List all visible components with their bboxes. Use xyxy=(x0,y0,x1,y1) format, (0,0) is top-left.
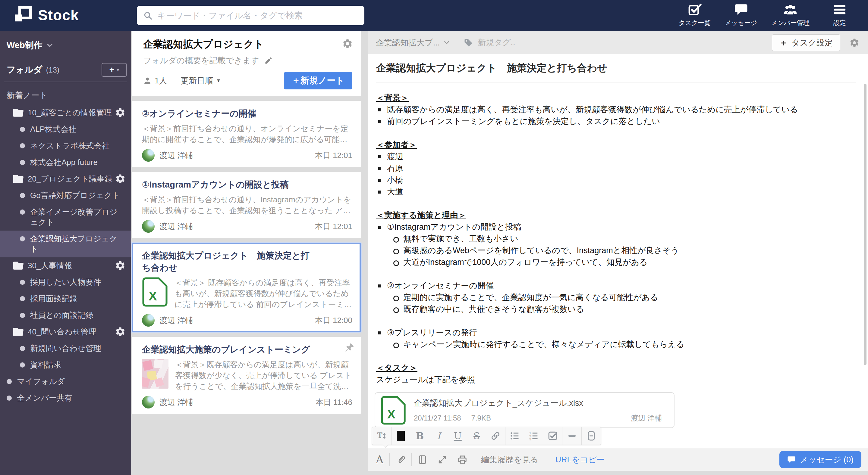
sort-dropdown[interactable]: 更新日順 ▼ xyxy=(181,75,221,86)
top-nav-item[interactable]: 設定 xyxy=(824,3,856,27)
new-note-button[interactable]: ＋新規ノート xyxy=(284,72,352,90)
bullet-list-button[interactable] xyxy=(505,427,524,445)
chevron-down-icon xyxy=(47,43,53,48)
sidebar-item[interactable]: ネクストラボ株式会社 xyxy=(0,138,131,154)
sidebar-item[interactable]: 企業認知拡大プロジェクト xyxy=(0,231,131,258)
folder-select-dropdown[interactable]: 企業認知拡大プ... xyxy=(376,37,450,48)
sidebar-item[interactable]: 10_顧客ごとの情報管理 xyxy=(0,104,131,121)
top-nav-label: 設定 xyxy=(833,19,846,27)
avatar xyxy=(142,396,155,408)
attachment-card[interactable]: 企業認知拡大プロジェクト_スケジュール.xlsx 20/11/27 11:58 … xyxy=(375,392,675,428)
print-button[interactable] xyxy=(458,455,467,465)
pencil-icon[interactable] xyxy=(264,56,273,65)
note-title[interactable]: 企業認知拡大プロジェクト 施策決定と打ち合わせ xyxy=(376,61,856,82)
pin-icon[interactable] xyxy=(344,343,354,352)
task-list-icon xyxy=(688,3,702,16)
vertical-scrollbar[interactable] xyxy=(864,84,867,365)
folder-settings-icon[interactable] xyxy=(115,107,126,118)
horizontal-rule-button[interactable] xyxy=(562,427,581,445)
sidebar-item[interactable]: 30_人事情報 xyxy=(0,258,131,274)
note-bullet-icon xyxy=(20,296,25,301)
note-text-block: ＜参加者＞ xyxy=(376,139,856,151)
sidebar-item[interactable]: 20_プロジェクト議事録 xyxy=(0,171,131,187)
link-button[interactable] xyxy=(486,427,505,445)
top-nav-item[interactable]: タスク一覧 xyxy=(678,3,711,27)
team-selector[interactable]: Web制作 xyxy=(7,39,131,52)
note-time: 本日 12:01 xyxy=(315,221,352,232)
text-size-button[interactable] xyxy=(372,427,391,445)
folder-settings-icon[interactable] xyxy=(115,326,126,337)
note-body[interactable]: ＜背景＞ 既存顧客からの満足度は高く、再受注率も高いが、新規顧客獲得数が伸び悩ん… xyxy=(368,82,868,385)
horizontal-rule-icon xyxy=(568,435,576,437)
collapse-block-button[interactable] xyxy=(582,427,601,445)
stock-logo-icon xyxy=(14,6,32,24)
sidebar-item[interactable]: 採用面談記録 xyxy=(0,291,131,307)
sidebar-item[interactable]: 採用したい人物要件 xyxy=(0,274,131,291)
note-settings-icon[interactable] xyxy=(849,38,860,48)
top-nav-item[interactable]: メッセージ xyxy=(725,3,757,27)
attach-file-button[interactable] xyxy=(396,455,405,465)
template-button[interactable] xyxy=(418,455,427,465)
global-search[interactable] xyxy=(137,6,364,25)
sidebar-item-label: 新規問い合わせ管理 xyxy=(30,343,101,353)
sidebar-item[interactable]: 株式会社App future xyxy=(0,154,131,171)
note-snippet: ＜背景＞前回打ち合わせの通り、Instagramのアカウントを開設し投稿すること… xyxy=(142,194,352,216)
sidebar-item[interactable]: 全メンバー共有 xyxy=(0,390,131,406)
folder-settings-icon[interactable] xyxy=(115,173,126,184)
sidebar-item[interactable]: 40_問い合わせ管理 xyxy=(0,324,131,340)
task-settings-button[interactable]: ＋ タスク設定 xyxy=(772,34,840,51)
note-card[interactable]: 企業認知拡大プロジェクト 施策決定と打ち合わせ ＜背景＞ 既存顧客からの満足度は… xyxy=(132,243,361,332)
sidebar-item[interactable]: ALP株式会社 xyxy=(0,121,131,138)
edit-history-link[interactable]: 編集履歴を見る xyxy=(481,454,538,465)
avatar xyxy=(142,220,155,233)
note-bullet-icon xyxy=(20,346,25,351)
bottombar-divider xyxy=(411,453,412,466)
app-logo[interactable]: Stock xyxy=(14,6,79,24)
italic-button[interactable]: I xyxy=(429,427,448,445)
sidebar-item[interactable]: 新規問い合わせ管理 xyxy=(0,340,131,357)
underline-button[interactable]: U xyxy=(448,427,467,445)
sidebar-item-label: 企業イメージ改善プロジェクト xyxy=(30,207,125,227)
text-color-button[interactable] xyxy=(392,427,410,445)
app-logo-text: Stock xyxy=(38,7,79,24)
sidebar-item[interactable]: 資料請求 xyxy=(0,357,131,373)
book-icon xyxy=(418,455,427,465)
font-style-button[interactable]: A xyxy=(376,454,383,466)
folder-settings-icon[interactable] xyxy=(115,260,126,271)
note-author: 渡辺 洋輔 xyxy=(159,221,193,232)
stock-app: Stock タスク一覧 xyxy=(0,0,868,475)
note-text-block: 高級感のあるWebページを制作しているので、Instagramと相性が良さそう xyxy=(376,245,856,257)
note-text-block: ③プレスリリースの発行 xyxy=(376,327,856,339)
bold-button[interactable]: B xyxy=(410,427,430,445)
sidebar-item-label: 20_プロジェクト議事録 xyxy=(28,174,113,184)
sidebar-item-new-notes[interactable]: 新着ノート xyxy=(7,90,131,101)
strikethrough-button[interactable]: S xyxy=(467,427,486,445)
checkbox-icon xyxy=(548,431,558,441)
checklist-button[interactable] xyxy=(543,427,562,445)
caret-down-icon: ▼ xyxy=(216,78,221,83)
attachment-meta: 20/11/27 11:58 7.9KB 渡辺 洋輔 xyxy=(414,413,662,423)
top-nav-item[interactable]: メンバー管理 xyxy=(771,3,809,27)
note-card[interactable]: 企業認知拡大施策のブレインストーミング ＜背景＞既存顧客からの満足度は高いが、新… xyxy=(132,337,361,414)
numbered-list-button[interactable] xyxy=(524,427,544,445)
note-card[interactable]: ②オンラインセミナーの開催 ＜背景＞前回打ち合わせの通り、オンラインセミナーを定… xyxy=(132,101,361,167)
sidebar: Web制作 フォルダ (13) + ▾ 新着ノート 10_顧客ごとの xyxy=(0,31,131,475)
numbered-list-icon xyxy=(529,431,538,441)
sidebar-item[interactable]: 企業イメージ改善プロジェクト xyxy=(0,204,131,231)
sidebar-item[interactable]: マイフォルダ xyxy=(0,373,131,390)
note-card[interactable]: ①Instagramアカウントの開設と投稿 ＜背景＞前回打ち合わせの通り、Ins… xyxy=(132,172,361,238)
search-input[interactable] xyxy=(157,11,358,21)
add-folder-button[interactable]: + ▾ xyxy=(101,63,127,77)
sidebar-item[interactable]: Go言語対応プロジェクト xyxy=(0,187,131,204)
underline-icon: U xyxy=(454,431,462,441)
copy-url-link[interactable]: URLをコピー xyxy=(555,454,605,465)
sidebar-item[interactable]: 社員との面談記録 xyxy=(0,307,131,324)
new-tag-input[interactable] xyxy=(478,38,586,47)
note-snippet: ＜背景＞前回打ち合わせの通り、オンラインセミナーを定期的に開催することで、企業認… xyxy=(142,123,352,145)
fullscreen-button[interactable] xyxy=(438,455,447,465)
note-text-block xyxy=(376,350,856,362)
folder-settings-icon[interactable] xyxy=(342,38,353,49)
note-text-block: 前回のブレインストーミングをもとに施策を決定し、タスクに落としたい xyxy=(376,115,856,127)
message-button[interactable]: メッセージ (0) xyxy=(779,451,861,468)
note-text-block xyxy=(376,198,856,209)
